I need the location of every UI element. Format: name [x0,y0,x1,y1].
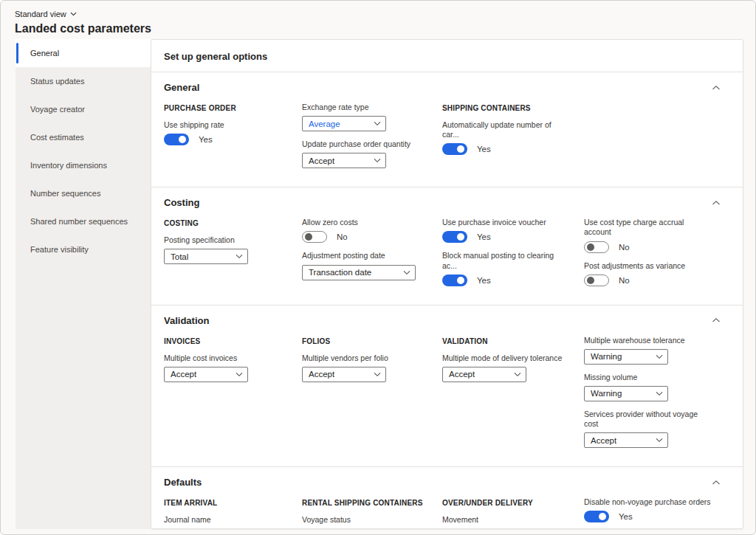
group-label-folios: FOLIOS [302,337,442,345]
toggle-knob [457,145,464,153]
main-panel: Set up general options General PURCHASE … [151,39,743,529]
sidebar-item-voyage-creator[interactable]: Voyage creator [16,95,151,123]
posting-specification-dropdown[interactable]: Total [164,249,248,264]
dropdown-value: Accept [309,370,334,379]
field-use-cost-type-charge-accrual-account: Use cost type charge accrual account No [584,218,722,252]
exchange-rate-type-dropdown[interactable]: Average [302,116,386,131]
field-label: Posting specification [164,235,291,245]
adjustment-posting-date-dropdown[interactable]: Transaction date [302,265,416,280]
toggle-row: Yes [584,511,722,522]
field-multiple-warehouse-tolerance: Multiple warehouse tolerance Warning [584,336,722,365]
field-column: OVER/UNDER DELIVERY Movement IMov Transf… [442,497,584,529]
chevron-down-icon [374,121,381,126]
section-defaults: Defaults ITEM ARRIVAL Journal name WArr … [151,466,743,529]
field-services-provider-without-voyage-cost: Services provider without voyage cost Ac… [584,410,722,448]
group-label-invoices: INVOICES [164,337,302,345]
toggle-state-label: No [619,276,630,285]
multiple-cost-invoices-dropdown[interactable]: Accept [164,367,248,382]
section-header[interactable]: Defaults [164,467,722,496]
movement-dropdown[interactable]: IMov [442,528,526,529]
field-column: COSTING Posting specification Total [164,218,302,272]
toggle-row: Yes [442,143,584,155]
services-provider-without-voyage-cost-dropdown[interactable]: Accept [584,432,668,448]
toggle-row: Yes [164,134,302,145]
field-label: Services provider without voyage cost [584,410,711,429]
group-label-item-arrival: ITEM ARRIVAL [164,499,302,507]
field-column: Allow zero costs No Adjustment posting d… [302,218,442,288]
field-label: Missing volume [584,373,711,382]
field-automatically-update-number-of-car: Automatically update number of car... Ye… [442,120,584,155]
update-purchase-order-quantity-dropdown[interactable]: Accept [302,153,386,168]
journal-name-dropdown[interactable]: WArr [164,528,248,529]
sidebar-item-cost-estimates[interactable]: Cost estimates [16,123,151,151]
disable-non-voyage-purchase-orders-toggle[interactable] [584,511,609,522]
sidebar-item-label: Voyage creator [30,105,85,114]
field-column: FOLIOS Multiple vendors per folio Accept [302,336,442,390]
sidebar-item-status-updates[interactable]: Status updates [16,67,151,95]
use-purchase-invoice-voucher-toggle[interactable] [442,231,467,243]
page-title: Landed cost parameters [15,22,755,35]
use-cost-type-charge-accrual-account-toggle[interactable] [584,241,609,253]
sidebar-item-inventory-dimensions[interactable]: Inventory dimensions [16,151,151,179]
automatically-update-number-of-car-toggle[interactable] [442,143,467,155]
section-header[interactable]: Validation [164,306,722,334]
dropdown-value: Transaction date [309,268,371,277]
allow-zero-costs-toggle[interactable] [302,231,327,243]
dropdown-value: Warning [591,352,622,361]
block-manual-posting-to-clearing-ac-toggle[interactable] [442,275,467,286]
field-missing-volume: Missing volume Warning [584,373,722,401]
section-header[interactable]: Costing [164,187,722,216]
section-columns: PURCHASE ORDER Use shipping rate Yes Exc… [164,101,722,182]
field-label: Adjustment posting date [302,251,429,260]
toggle-state-label: No [619,243,630,252]
multiple-warehouse-tolerance-dropdown[interactable]: Warning [584,349,668,365]
sidebar-item-label: Status updates [30,77,84,86]
use-shipping-rate-toggle[interactable] [164,134,189,145]
view-selector[interactable]: Standard view [15,10,77,18]
post-adjustments-as-variance-toggle[interactable] [584,275,609,286]
sidebar-item-label: Cost estimates [30,133,84,142]
voyage-status-dropdown[interactable] [302,528,386,529]
section-columns: COSTING Posting specification Total Allo… [164,216,722,300]
dropdown-value: Accept [591,436,616,445]
toggle-knob [179,136,186,143]
toggle-knob [457,233,464,241]
field-column: SHIPPING CONTAINERS Automatically update… [442,103,584,163]
toggle-state-label: Yes [199,135,213,144]
section-title: Costing [164,197,199,208]
section-collapse-button[interactable] [710,478,722,487]
sidebar-item-label: Inventory dimensions [30,161,107,170]
section-collapse-button[interactable] [710,316,722,325]
field-label: Exchange rate type [302,103,429,112]
group-label-rental-shipping-containers: RENTAL SHIPPING CONTAINERS [302,499,442,507]
field-column: Use cost type charge accrual account No … [584,218,722,294]
section-collapse-button[interactable] [710,83,722,92]
field-voyage-status: Voyage status [302,515,442,529]
field-adjustment-posting-date: Adjustment posting date Transaction date [302,251,442,280]
missing-volume-dropdown[interactable]: Warning [584,386,668,401]
toggle-knob [457,277,464,284]
field-column: RENTAL SHIPPING CONTAINERS Voyage status… [302,497,442,529]
multiple-vendors-per-folio-dropdown[interactable]: Accept [302,367,386,382]
section-title: General [164,82,199,93]
toggle-knob [599,513,606,520]
sidebar-item-feature-visibility[interactable]: Feature visibility [16,235,151,263]
sidebar-item-number-sequences[interactable]: Number sequences [16,179,151,207]
field-label: Disable non-voyage purchase orders [584,497,711,507]
section-columns: ITEM ARRIVAL Journal name WArr RENTAL SH… [164,496,722,529]
sidebar-item-general[interactable]: General [16,39,151,67]
toggle-knob [305,233,312,241]
chevron-up-icon [712,317,721,323]
section-header[interactable]: General [164,72,722,101]
field-journal-name: Journal name WArr [164,515,302,529]
toggle-row: Yes [442,275,584,286]
sidebar-item-shared-number-sequences[interactable]: Shared number sequences [16,207,151,235]
group-label-purchase-order: PURCHASE ORDER [164,104,302,112]
multiple-mode-of-delivery-tolerance-dropdown[interactable]: Accept [442,367,526,382]
field-label: Update purchase order quantity [302,139,429,149]
field-label: Multiple warehouse tolerance [584,336,711,345]
sidebar-item-label: Shared number sequences [30,217,128,226]
section-collapse-button[interactable] [710,199,722,207]
toggle-state-label: Yes [619,512,633,521]
chevron-down-icon [514,372,521,377]
